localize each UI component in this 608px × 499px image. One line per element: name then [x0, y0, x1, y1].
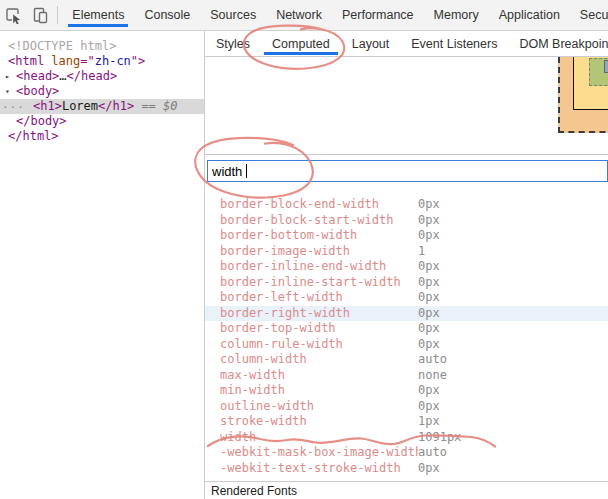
tab-performance[interactable]: Performance: [332, 0, 424, 30]
property-row[interactable]: border-inline-start-width0px: [205, 275, 608, 291]
property-row[interactable]: border-bottom-width0px: [205, 228, 608, 244]
property-name: column-width: [220, 352, 418, 368]
sidebar-tab-layout[interactable]: Layout: [341, 31, 401, 56]
dom-token: == $0: [134, 99, 177, 113]
dom-token: </html>: [8, 129, 59, 143]
sidebar-tab-dom-breakpoints[interactable]: DOM Breakpoints: [508, 31, 608, 56]
property-name: border-image-width: [220, 244, 418, 260]
property-name: border-top-width: [220, 321, 418, 337]
dom-tree-row[interactable]: <html lang="zh-cn">: [0, 54, 204, 69]
tab-elements[interactable]: Elements: [62, 0, 134, 30]
devtools-main-toolbar: ElementsConsoleSourcesNetworkPerformance…: [0, 0, 608, 31]
property-value: 0px: [418, 259, 440, 275]
dom-token: ">: [131, 54, 145, 68]
property-row[interactable]: column-widthauto: [205, 352, 608, 368]
property-name: stroke-width: [220, 414, 418, 430]
toolbar-divider: [57, 6, 58, 24]
property-name: -webkit-mask-box-image-width: [220, 445, 418, 461]
property-value: auto: [418, 445, 447, 461]
dom-token: Lorem: [62, 99, 98, 113]
property-value: 0px: [418, 306, 440, 322]
property-value: auto: [418, 352, 447, 368]
property-value: 0px: [418, 275, 440, 291]
property-value: 0px: [418, 197, 440, 213]
rendered-fonts-section-header[interactable]: Rendered Fonts: [205, 481, 608, 499]
property-row[interactable]: -webkit-text-stroke-width0px: [205, 461, 608, 477]
tab-memory[interactable]: Memory: [424, 0, 489, 30]
text-caret: [246, 164, 247, 178]
sidebar-tab-computed[interactable]: Computed: [261, 31, 341, 56]
box-model-content[interactable]: [604, 60, 608, 73]
main-panel-tabs: ElementsConsoleSourcesNetworkPerformance…: [62, 0, 608, 30]
property-row[interactable]: border-right-width0px: [205, 306, 608, 322]
device-toolbar-button[interactable]: [27, 0, 54, 30]
dom-token: …: [59, 69, 66, 83]
expander-closed-icon[interactable]: ▸: [5, 69, 10, 84]
dom-token: </h1>: [98, 99, 134, 113]
property-row[interactable]: outline-width0px: [205, 399, 608, 415]
property-row[interactable]: max-widthnone: [205, 368, 608, 384]
dom-token: <!DOCTYPE html>: [8, 39, 116, 53]
computed-properties-list: border-block-end-width0pxborder-block-st…: [205, 189, 608, 481]
elements-tree-panel[interactable]: <!DOCTYPE html><html lang="zh-cn">▸<head…: [0, 31, 205, 499]
dom-tree-row[interactable]: ...<h1>Lorem</h1> == $0: [0, 99, 204, 114]
dom-token: lang: [51, 54, 80, 68]
dom-tree-row[interactable]: </html>: [0, 129, 204, 144]
tab-security[interactable]: Security: [570, 0, 608, 30]
property-name: max-width: [220, 368, 418, 384]
styles-sidebar-panel: StylesComputedLayoutEvent ListenersDOM B…: [205, 31, 608, 499]
dom-tree-row[interactable]: <!DOCTYPE html>: [0, 39, 204, 54]
property-row[interactable]: border-image-width1: [205, 244, 608, 260]
dom-token: </body>: [16, 114, 67, 128]
property-row[interactable]: border-block-end-width0px: [205, 197, 608, 213]
property-value: 0px: [418, 337, 440, 353]
dom-tree-row[interactable]: ▾<body>: [0, 84, 204, 99]
filter-input[interactable]: [207, 160, 608, 182]
property-row[interactable]: border-top-width0px: [205, 321, 608, 337]
property-value: 0px: [418, 399, 440, 415]
property-value: 0px: [418, 228, 440, 244]
computed-filter-bar: [205, 155, 608, 189]
dom-token: <body>: [16, 84, 59, 98]
box-model-section: [205, 57, 608, 155]
property-row[interactable]: -webkit-mask-box-image-widthauto: [205, 445, 608, 461]
tab-application[interactable]: Application: [489, 0, 570, 30]
devtools-window: ElementsConsoleSourcesNetworkPerformance…: [0, 0, 608, 499]
sidebar-tabs: StylesComputedLayoutEvent ListenersDOM B…: [205, 31, 608, 57]
property-name: border-inline-start-width: [220, 275, 418, 291]
property-row[interactable]: border-inline-end-width0px: [205, 259, 608, 275]
property-name: border-bottom-width: [220, 228, 418, 244]
property-name: min-width: [220, 383, 418, 399]
dom-token: <head>: [16, 69, 59, 83]
tab-network[interactable]: Network: [266, 0, 332, 30]
dom-token: zh-cn: [95, 54, 131, 68]
property-value: 0px: [418, 290, 440, 306]
inspect-element-button[interactable]: [0, 0, 27, 30]
property-row[interactable]: stroke-width1px: [205, 414, 608, 430]
property-row[interactable]: min-width0px: [205, 383, 608, 399]
tab-console[interactable]: Console: [134, 0, 200, 30]
property-value: 1px: [418, 414, 440, 430]
dom-token: <html: [8, 54, 51, 68]
sidebar-tab-styles[interactable]: Styles: [205, 31, 261, 56]
rendered-fonts-label: Rendered Fonts: [211, 484, 297, 498]
property-value: none: [418, 368, 447, 384]
dom-tree-row[interactable]: ▸<head>…</head>: [0, 69, 204, 84]
dom-tree-row[interactable]: </body>: [0, 114, 204, 129]
property-row[interactable]: column-rule-width0px: [205, 337, 608, 353]
property-name: border-left-width: [220, 290, 418, 306]
property-name: column-rule-width: [220, 337, 418, 353]
device-toolbar-icon: [32, 7, 49, 24]
property-name: border-inline-end-width: [220, 259, 418, 275]
dom-token: </head>: [67, 69, 118, 83]
property-name: -webkit-text-stroke-width: [220, 461, 418, 477]
property-value: 0px: [418, 213, 440, 229]
tab-sources[interactable]: Sources: [200, 0, 266, 30]
property-name: border-block-end-width: [220, 197, 418, 213]
property-value: 0px: [418, 383, 440, 399]
property-row-width[interactable]: width1091px: [205, 430, 608, 446]
property-row[interactable]: border-block-start-width0px: [205, 213, 608, 229]
sidebar-tab-event-listeners[interactable]: Event Listeners: [400, 31, 508, 56]
inspect-icon: [5, 7, 22, 24]
property-row[interactable]: border-left-width0px: [205, 290, 608, 306]
